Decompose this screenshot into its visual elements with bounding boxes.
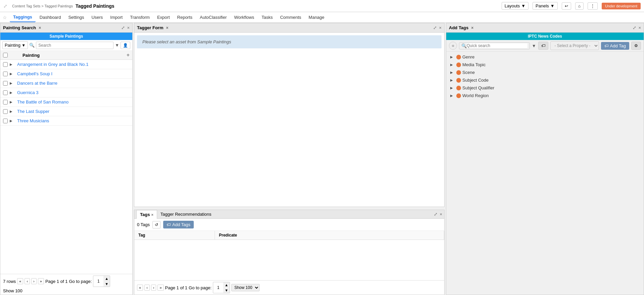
layouts-chevron-icon: ▼ — [521, 3, 525, 8]
expand-tags-icon[interactable]: ⤢ — [434, 212, 438, 217]
add-tag-button[interactable]: 🏷 Add Tag — [601, 42, 629, 50]
layouts-button[interactable]: Layouts ▼ — [502, 2, 528, 10]
expand-tagger-icon[interactable]: ⤢ — [433, 25, 437, 30]
tags-first-btn[interactable]: « — [137, 285, 143, 291]
page-stepper-input[interactable] — [93, 279, 103, 284]
tags-next-btn[interactable]: › — [151, 285, 156, 291]
tree-label-genre: Genre — [462, 54, 474, 59]
nav-transform[interactable]: Transform — [127, 13, 153, 22]
row-link[interactable]: Arrangement in Grey and Black No.1 — [17, 62, 88, 67]
row-checkbox[interactable] — [3, 109, 8, 114]
row-link[interactable]: Guernica 3 — [17, 90, 39, 95]
nav-import[interactable]: Import — [107, 13, 126, 22]
next-page-btn[interactable]: › — [31, 278, 37, 284]
row-expand-icon[interactable]: ▶ — [10, 72, 15, 76]
add-tags-header: Add Tags × ⤢ × — [446, 23, 644, 33]
nav-autoclassifier[interactable]: AutoClassifier — [196, 13, 230, 22]
tab-tags-close-icon[interactable]: × — [151, 213, 153, 217]
row-expand-icon[interactable]: ▶ — [10, 100, 15, 104]
tree-item-subject-qualifier[interactable]: ▶ Subject Qualifier — [449, 84, 641, 92]
expand-add-tags-icon[interactable]: ⤢ — [633, 25, 636, 30]
add-row-button[interactable]: + — [127, 52, 130, 58]
row-expand-icon[interactable]: ▶ — [10, 119, 15, 123]
tags-stepper-input[interactable] — [213, 285, 223, 290]
tree-item-media-topic[interactable]: ▶ Media Topic — [449, 61, 641, 69]
nav-star-icon[interactable]: ☆ — [3, 15, 7, 20]
nav-tasks[interactable]: Tasks — [258, 13, 276, 22]
row-link[interactable]: The Last Supper — [17, 109, 49, 114]
more-button[interactable]: ⋮ — [588, 2, 598, 10]
tag-icon-btn[interactable]: 🏷 — [538, 42, 548, 50]
tree-item-subject-code[interactable]: ▶ Subject Code — [449, 76, 641, 84]
tags-prev-btn[interactable]: ‹ — [144, 285, 150, 291]
row-expand-icon[interactable]: ▶ — [10, 91, 15, 94]
tags-stepper-up[interactable]: ▲ — [223, 282, 230, 288]
row-checkbox[interactable] — [3, 72, 8, 76]
circle-icon-btn[interactable]: ○ — [449, 42, 457, 50]
nav-manage[interactable]: Manage — [305, 13, 328, 22]
painting-pagination: 7 rows « ‹ › » Page 1 of 1 Go to page: ▲… — [0, 274, 132, 295]
tags-page-info: Page 1 of 1 — [165, 285, 188, 290]
nav-users[interactable]: Users — [88, 13, 106, 22]
row-link[interactable]: Dancers at the Barre — [17, 81, 57, 86]
first-page-btn[interactable]: « — [17, 278, 23, 284]
add-tags-button[interactable]: 🏷 Add Tags — [163, 221, 194, 228]
row-link[interactable]: The Battle of San Romano — [17, 99, 68, 104]
panels-button[interactable]: Panels ▼ — [533, 2, 558, 10]
last-page-btn[interactable]: » — [38, 278, 44, 284]
painting-search-close-icon[interactable]: × — [39, 26, 41, 30]
close-tags-icon[interactable]: × — [440, 212, 442, 217]
stepper-down-btn[interactable]: ▼ — [103, 281, 110, 287]
filter-icon[interactable]: ▼ — [115, 43, 119, 48]
nav-comments[interactable]: Comments — [277, 13, 305, 22]
quick-search-input[interactable] — [467, 43, 527, 48]
row-checkbox[interactable] — [3, 100, 8, 104]
row-checkbox[interactable] — [3, 62, 8, 67]
gear-button[interactable]: ⚙ — [631, 42, 641, 50]
expand-icon[interactable]: ⤢ — [121, 25, 125, 30]
close-icon[interactable]: × — [127, 25, 130, 30]
tab-tags[interactable]: Tags × — [136, 210, 157, 219]
nav-reports[interactable]: Reports — [174, 13, 196, 22]
row-expand-icon[interactable]: ▶ — [10, 81, 15, 85]
quick-search-chevron-icon[interactable]: ▼ — [532, 43, 536, 48]
nav-taggings[interactable]: Taggings — [10, 12, 36, 22]
toolbar-dropdown-btn[interactable]: Painting ▼ — [2, 41, 28, 49]
refresh-tags-btn[interactable]: ↺ — [152, 221, 160, 228]
tree-item-scene[interactable]: ▶ Scene — [449, 69, 641, 76]
table-header: Painting + — [0, 51, 132, 60]
nav-export[interactable]: Export — [154, 13, 173, 22]
row-expand-icon[interactable]: ▶ — [10, 110, 15, 113]
row-checkbox[interactable] — [3, 81, 8, 86]
search-input[interactable] — [36, 42, 113, 49]
select-all-checkbox[interactable] — [3, 53, 8, 57]
undo-button[interactable]: ↩ — [562, 2, 571, 10]
tags-panel-icons: ⤢ × — [434, 212, 442, 217]
row-checkbox[interactable] — [3, 119, 8, 123]
nav-settings[interactable]: Settings — [65, 13, 87, 22]
tags-stepper-down[interactable]: ▼ — [223, 288, 230, 293]
tags-show-select[interactable]: Show 100 Show 50 Show 25 — [231, 284, 260, 291]
tree-item-genre[interactable]: ▶ Genre — [449, 53, 641, 61]
tagger-form-close-icon[interactable]: × — [166, 26, 169, 30]
tagger-placeholder: Please select an asset from Sample Paint… — [137, 35, 442, 48]
add-tags-close-icon[interactable]: × — [471, 26, 473, 30]
row-expand-icon[interactable]: ▶ — [10, 62, 15, 66]
row-link[interactable]: Campbell's Soup I — [17, 71, 52, 76]
row-checkbox[interactable] — [3, 90, 8, 95]
tree-item-world-region[interactable]: ▶ World Region — [449, 92, 641, 99]
nav-dashboard[interactable]: Dashboard — [36, 13, 64, 22]
nav-workflows[interactable]: Workflows — [231, 13, 258, 22]
row-link[interactable]: Three Musicians — [17, 118, 49, 123]
dev-button[interactable]: Under development — [602, 3, 641, 9]
tags-last-btn[interactable]: » — [157, 285, 164, 291]
select-property-dropdown[interactable]: - Select a Property - — [550, 41, 599, 50]
star-icon[interactable]: ⤢ — [3, 3, 7, 9]
close-tagger-icon[interactable]: × — [439, 25, 442, 30]
stepper-up-btn[interactable]: ▲ — [103, 276, 110, 281]
close-add-tags-icon[interactable]: × — [638, 25, 641, 30]
asset-btn[interactable]: 👤 — [121, 42, 130, 49]
prev-page-btn[interactable]: ‹ — [25, 278, 30, 284]
tab-tagger-recommendations[interactable]: Tagger Recommendations — [157, 210, 215, 218]
home-button[interactable]: ⌂ — [575, 2, 584, 10]
